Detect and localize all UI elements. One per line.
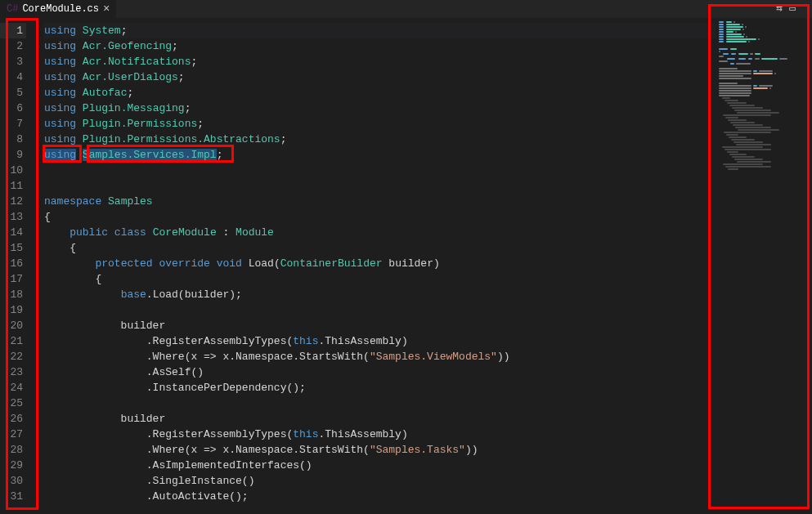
line-number: 27 — [0, 427, 26, 442]
code-line[interactable]: .AsImplementedInterfaces() — [44, 458, 716, 473]
line-number-gutter: 1234567891011121314151617181920212223242… — [0, 18, 33, 514]
line-number: 23 — [0, 364, 26, 380]
code-line[interactable]: { — [44, 209, 716, 225]
code-line[interactable]: { — [44, 240, 716, 256]
code-line[interactable]: builder — [44, 318, 716, 333]
line-number: 5 — [0, 85, 26, 101]
code-line[interactable]: builder — [44, 411, 716, 427]
line-number: 13 — [0, 209, 26, 225]
line-number: 9 — [0, 147, 26, 163]
line-number: 10 — [0, 163, 26, 178]
code-editor[interactable]: using System;using Acr.Geofencing;using … — [33, 18, 716, 514]
code-line[interactable]: .Where(x => x.Namespace.StartsWith("Samp… — [44, 349, 716, 364]
code-line[interactable]: using Acr.Geofencing; — [44, 38, 716, 54]
code-line[interactable]: using Samples.Services.Impl; — [44, 147, 716, 163]
editor-area: 1234567891011121314151617181920212223242… — [0, 18, 812, 514]
code-line[interactable]: .SingleInstance() — [44, 473, 716, 489]
code-line[interactable]: using Autofac; — [44, 85, 716, 101]
code-line[interactable]: namespace Samples — [44, 194, 716, 209]
code-line[interactable]: using Acr.Notifications; — [44, 54, 716, 69]
line-number: 29 — [0, 458, 26, 473]
code-line[interactable]: .RegisterAssemblyTypes(this.ThisAssembly… — [44, 427, 716, 442]
line-number: 2 — [0, 38, 26, 54]
code-line[interactable]: { — [44, 271, 716, 287]
code-line[interactable]: using Acr.UserDialogs; — [44, 69, 716, 85]
line-number: 21 — [0, 333, 26, 349]
tab-bar: C# CoreModule.cs × ⇆ ▭ — [0, 0, 812, 18]
code-line[interactable]: using System; — [44, 23, 716, 38]
code-line[interactable]: .AutoActivate(); — [44, 489, 716, 504]
line-number: 8 — [0, 132, 26, 147]
line-number: 28 — [0, 442, 26, 458]
line-number: 19 — [0, 302, 26, 318]
line-number: 11 — [0, 178, 26, 194]
csharp-file-icon: C# — [7, 3, 18, 15]
code-line[interactable]: using Plugin.Permissions.Abstractions; — [44, 132, 716, 147]
line-number: 22 — [0, 349, 26, 364]
line-number: 16 — [0, 256, 26, 271]
code-line[interactable]: base.Load(builder); — [44, 287, 716, 302]
code-line[interactable] — [44, 396, 716, 411]
line-number: 25 — [0, 396, 26, 411]
code-line[interactable]: public class CoreModule : Module — [44, 225, 716, 240]
editor-tab[interactable]: C# CoreModule.cs × — [0, 0, 117, 18]
code-line[interactable]: .Where(x => x.Namespace.StartsWith("Samp… — [44, 442, 716, 458]
line-number: 26 — [0, 411, 26, 427]
code-line[interactable]: using Plugin.Permissions; — [44, 116, 716, 132]
code-line[interactable]: .InstancePerDependency(); — [44, 380, 716, 396]
line-number: 1 — [0, 23, 26, 38]
editor-top-actions: ⇆ ▭ — [776, 2, 796, 15]
code-line[interactable]: .RegisterAssemblyTypes(this.ThisAssembly… — [44, 333, 716, 349]
line-number: 4 — [0, 69, 26, 85]
line-number: 24 — [0, 380, 26, 396]
line-number: 31 — [0, 489, 26, 504]
code-line[interactable]: using Plugin.Messaging; — [44, 101, 716, 116]
close-tab-icon[interactable]: × — [103, 2, 110, 16]
split-editor-icon[interactable]: ▭ — [789, 2, 796, 15]
line-number: 17 — [0, 271, 26, 287]
compare-changes-icon[interactable]: ⇆ — [776, 2, 783, 15]
line-number: 30 — [0, 473, 26, 489]
line-number: 15 — [0, 240, 26, 256]
line-number: 18 — [0, 287, 26, 302]
line-number: 3 — [0, 54, 26, 69]
tab-filename: CoreModule.cs — [22, 3, 99, 15]
line-number: 6 — [0, 101, 26, 116]
line-number: 14 — [0, 225, 26, 240]
line-number: 7 — [0, 116, 26, 132]
code-line[interactable] — [44, 163, 716, 178]
minimap[interactable] — [716, 18, 812, 514]
code-line[interactable] — [44, 178, 716, 194]
code-line[interactable]: .AsSelf() — [44, 364, 716, 380]
line-number: 20 — [0, 318, 26, 333]
code-line[interactable] — [44, 302, 716, 318]
line-number: 12 — [0, 194, 26, 209]
code-line[interactable]: protected override void Load(ContainerBu… — [44, 256, 716, 271]
